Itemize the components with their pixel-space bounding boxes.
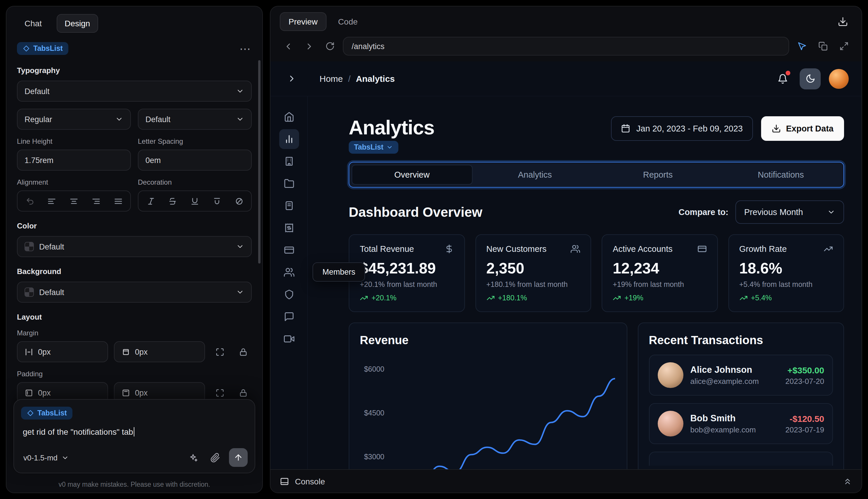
margin-horizontal-icon xyxy=(25,348,33,356)
date-range-value: Jan 20, 2023 - Feb 09, 2023 xyxy=(636,124,743,133)
align-reset-button[interactable] xyxy=(23,194,37,208)
inspect-button[interactable] xyxy=(794,38,810,54)
nav-notebook[interactable] xyxy=(279,196,299,216)
align-justify-button[interactable] xyxy=(111,194,125,208)
users-icon xyxy=(284,267,294,278)
breadcrumb: Home / Analytics xyxy=(320,74,395,84)
decoration-label: Decoration xyxy=(138,178,252,186)
nav-messages[interactable] xyxy=(279,307,299,327)
selected-component-chip[interactable]: TabsList xyxy=(349,141,399,154)
composer-input[interactable]: get rid of the "notifications" tab xyxy=(23,427,246,437)
nav-payments[interactable] xyxy=(279,240,299,260)
nav-analytics[interactable] xyxy=(279,129,299,149)
moon-icon xyxy=(805,74,815,84)
padding-horizontal-icon xyxy=(25,388,33,397)
nav-organization[interactable] xyxy=(279,151,299,171)
more-options-button[interactable]: ⋯ xyxy=(239,43,252,54)
letter-spacing-input[interactable]: 0em xyxy=(138,149,252,171)
app-body: Members Analytics TabsList xyxy=(271,96,861,469)
underline-button[interactable] xyxy=(188,194,202,208)
strikethrough-button[interactable] xyxy=(166,194,180,208)
compare-select[interactable]: Previous Month xyxy=(735,200,844,224)
revenue-line-chart xyxy=(392,355,615,469)
duplicate-button[interactable] xyxy=(815,38,831,54)
tab-analytics[interactable]: Analytics xyxy=(475,165,595,185)
console-expand-button[interactable] xyxy=(843,476,852,486)
composer-message-text: get rid of the "notifications" tab xyxy=(23,427,133,437)
slash-circle-icon xyxy=(235,197,243,205)
tab-overview[interactable]: Overview xyxy=(352,165,472,185)
forward-button[interactable] xyxy=(301,38,317,54)
margin-x-input[interactable]: 0px xyxy=(17,341,108,362)
font-size-select[interactable]: Default xyxy=(138,109,252,130)
font-family-select[interactable]: Default xyxy=(17,81,252,102)
revenue-chart: $6000 $4500 $3000 xyxy=(360,355,616,469)
chevron-down-icon xyxy=(827,208,835,216)
chevron-down-icon xyxy=(386,144,393,151)
font-weight-select[interactable]: Regular xyxy=(17,109,131,130)
attach-file-button[interactable] xyxy=(207,449,223,466)
lock-icon xyxy=(239,348,247,356)
padding-expand-button[interactable] xyxy=(211,384,228,401)
download-button[interactable] xyxy=(833,12,852,31)
align-center-button[interactable] xyxy=(67,194,81,208)
notifications-button[interactable] xyxy=(774,70,792,87)
fullscreen-button[interactable] xyxy=(836,38,852,54)
nav-invoices[interactable] xyxy=(279,218,299,238)
align-right-button[interactable] xyxy=(89,194,103,208)
background-select[interactable]: Default xyxy=(17,282,252,303)
nav-projects[interactable] xyxy=(279,173,299,193)
underline-icon xyxy=(190,197,199,205)
layout-section-label: Layout xyxy=(17,313,252,321)
address-bar[interactable]: /analytics xyxy=(343,37,789,56)
tab-chat[interactable]: Chat xyxy=(17,15,49,32)
selected-element-chip[interactable]: TabsList xyxy=(17,42,69,55)
theme-toggle-button[interactable] xyxy=(799,68,821,89)
scrollbar-thumb[interactable] xyxy=(258,60,261,264)
tab-notifications[interactable]: Notifications xyxy=(720,165,841,185)
nav-members[interactable] xyxy=(279,263,299,282)
address-url: /analytics xyxy=(352,42,385,50)
margin-y-input[interactable]: 0px xyxy=(114,341,205,362)
nav-security[interactable] xyxy=(279,284,299,304)
clear-decoration-button[interactable] xyxy=(232,194,246,208)
chevron-left-icon xyxy=(283,41,293,51)
padding-lock-button[interactable] xyxy=(234,384,252,401)
tab-preview[interactable]: Preview xyxy=(280,12,326,31)
margin-vertical-icon xyxy=(122,348,130,356)
italic-button[interactable] xyxy=(144,194,158,208)
tab-reports[interactable]: Reports xyxy=(597,165,718,185)
nav-home[interactable] xyxy=(279,107,299,127)
diamond-icon xyxy=(23,45,30,52)
overline-button[interactable] xyxy=(210,194,224,208)
date-range-picker[interactable]: Jan 20, 2023 - Feb 09, 2023 xyxy=(611,116,753,141)
alignment-group xyxy=(17,191,131,211)
enhance-prompt-button[interactable] xyxy=(185,449,201,466)
align-right-icon xyxy=(92,197,100,205)
chat-icon xyxy=(284,312,294,322)
tab-code[interactable]: Code xyxy=(330,13,366,31)
export-data-button[interactable]: Export Data xyxy=(761,116,844,141)
folder-icon xyxy=(284,178,294,189)
align-left-button[interactable] xyxy=(45,194,59,208)
transaction-row[interactable]: Bob Smith bob@example.com -$120.50 2023-… xyxy=(649,403,833,444)
color-select[interactable]: Default xyxy=(17,236,252,257)
nav-video[interactable] xyxy=(279,329,299,349)
chat-composer[interactable]: TabsList get rid of the "notifications" … xyxy=(13,399,255,473)
model-selector[interactable]: v0-1.5-md xyxy=(21,451,71,464)
user-avatar[interactable] xyxy=(829,69,849,88)
margin-lock-button[interactable] xyxy=(234,343,252,361)
refresh-button[interactable] xyxy=(322,38,338,54)
bar-chart-icon xyxy=(284,134,294,144)
margin-expand-button[interactable] xyxy=(211,343,228,361)
tab-design[interactable]: Design xyxy=(57,14,98,33)
transaction-row[interactable]: Alice Johnson alice@example.com +$350.00… xyxy=(649,355,833,395)
line-height-input[interactable]: 1.75rem xyxy=(17,149,131,171)
design-sidebar: Chat Design TabsList ⋯ Typography Defaul… xyxy=(6,6,263,493)
back-button[interactable] xyxy=(280,38,296,54)
send-button[interactable] xyxy=(229,448,248,467)
breadcrumb-home[interactable]: Home xyxy=(320,74,343,84)
view-tabs: Preview Code xyxy=(271,7,861,35)
composer-context-chip[interactable]: TabsList xyxy=(21,407,73,419)
sidebar-expand-button[interactable] xyxy=(283,70,300,87)
